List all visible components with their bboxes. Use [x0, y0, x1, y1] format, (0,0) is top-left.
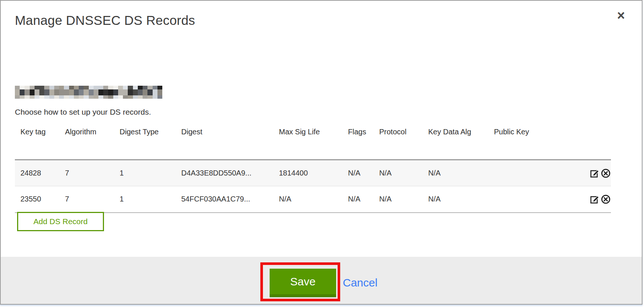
redacted-domain-name	[15, 86, 162, 99]
redaction-pixel	[153, 89, 157, 95]
redaction-pixel	[39, 86, 44, 89]
redaction-pixel	[123, 86, 128, 89]
redaction-pixel	[49, 89, 54, 95]
redaction-pixel	[143, 86, 147, 89]
redaction-pixel	[39, 95, 44, 99]
modal-window: Manage DNSSEC DS Records × Choose how to…	[0, 0, 643, 305]
redaction-pixel	[59, 95, 64, 99]
redaction-pixel	[138, 95, 143, 99]
redaction-pixel	[128, 89, 133, 95]
cell-public-key	[494, 186, 574, 213]
redaction-pixel	[123, 89, 128, 95]
table-header-row: Key tag Algorithm Digest Type Digest Max…	[15, 123, 611, 160]
cell-flags: N/A	[348, 186, 379, 213]
redaction-pixel	[44, 95, 49, 99]
redaction-pixel	[157, 95, 162, 99]
redaction-pixel	[74, 95, 79, 99]
redaction-pixel	[59, 86, 64, 89]
instruction-text: Choose how to set up your DS records.	[15, 108, 151, 117]
cell-key-tag: 23550	[15, 186, 65, 213]
edit-icon[interactable]	[590, 168, 600, 178]
redaction-pixel	[84, 89, 88, 95]
redaction-pixel	[113, 89, 118, 95]
redaction-pixel	[118, 95, 123, 99]
col-algorithm: Algorithm	[65, 123, 120, 160]
redaction-pixel	[69, 89, 74, 95]
col-key-data-alg: Key Data Alg	[428, 123, 494, 160]
redaction-pixel	[25, 86, 29, 89]
redaction-pixel	[74, 89, 79, 95]
cell-key-tag: 24828	[15, 160, 65, 186]
redaction-pixel	[39, 89, 44, 95]
cell-public-key	[494, 160, 574, 186]
redaction-pixel	[94, 95, 98, 99]
redaction-pixel	[20, 95, 25, 99]
cell-digest: 54FCF030AA1C79...	[181, 186, 279, 213]
redaction-pixel	[35, 86, 39, 89]
cell-digest-type: 1	[120, 160, 181, 186]
redaction-pixel	[59, 89, 64, 95]
save-button[interactable]: Save	[270, 269, 336, 297]
redaction-pixel	[103, 86, 108, 89]
redaction-pixel	[128, 86, 133, 89]
redaction-pixel	[108, 86, 113, 89]
redaction-pixel	[98, 86, 103, 89]
redaction-pixel	[118, 86, 123, 89]
cell-protocol: N/A	[379, 160, 428, 186]
redaction-pixel	[69, 95, 74, 99]
cell-algorithm: 7	[65, 186, 120, 213]
redaction-pixel	[113, 95, 118, 99]
add-ds-record-button[interactable]: Add DS Record	[17, 212, 104, 231]
redaction-pixel	[84, 86, 88, 89]
redaction-pixel	[25, 95, 29, 99]
cell-key-data-alg: N/A	[428, 186, 494, 213]
redaction-pixel	[44, 89, 49, 95]
redaction-pixel	[69, 86, 74, 89]
cancel-link[interactable]: Cancel	[343, 276, 377, 289]
redaction-pixel	[54, 89, 59, 95]
redaction-pixel	[153, 95, 157, 99]
redaction-pixel	[74, 86, 79, 89]
redaction-pixel	[138, 86, 143, 89]
redaction-pixel	[147, 86, 152, 89]
redaction-pixel	[153, 86, 157, 89]
ds-record-row-1: 24828 7 1 D4A33E8DD550A9... 1814400 N/A …	[15, 160, 611, 186]
redaction-pixel	[89, 95, 94, 99]
redaction-pixel	[118, 89, 123, 95]
redaction-pixel	[49, 86, 54, 89]
cell-max-sig-life: N/A	[279, 186, 348, 213]
remove-icon[interactable]	[601, 194, 611, 204]
redaction-pixel	[54, 86, 59, 89]
redaction-pixel	[35, 89, 39, 95]
redaction-pixel	[103, 95, 108, 99]
redaction-pixel	[108, 89, 113, 95]
redaction-pixel	[94, 86, 98, 89]
redaction-pixel	[79, 89, 84, 95]
remove-icon[interactable]	[601, 168, 611, 178]
edit-icon[interactable]	[590, 194, 600, 204]
redaction-pixel	[20, 89, 25, 95]
redaction-pixel	[64, 95, 69, 99]
redaction-pixel	[15, 86, 20, 89]
redaction-pixel	[108, 95, 113, 99]
redaction-pixel	[98, 95, 103, 99]
manage-dnssec-modal: Manage DNSSEC DS Records × Choose how to…	[0, 0, 644, 308]
redaction-pixel	[157, 86, 162, 89]
redaction-pixel	[123, 95, 128, 99]
redaction-pixel	[44, 86, 49, 89]
cell-digest: D4A33E8DD550A9...	[181, 160, 279, 186]
redaction-pixel	[147, 89, 152, 95]
redaction-pixel	[147, 95, 152, 99]
redaction-pixel	[94, 89, 98, 95]
redaction-pixel	[30, 95, 35, 99]
close-icon[interactable]: ×	[613, 7, 629, 24]
redaction-pixel	[79, 86, 84, 89]
redaction-pixel	[128, 95, 133, 99]
cell-flags: N/A	[348, 160, 379, 186]
col-public-key: Public Key	[494, 123, 574, 160]
redaction-pixel	[20, 86, 25, 89]
ds-record-row-2: 23550 7 1 54FCF030AA1C79... N/A N/A N/A …	[15, 186, 611, 213]
col-protocol: Protocol	[379, 123, 428, 160]
col-key-tag: Key tag	[15, 123, 65, 160]
col-actions	[574, 123, 611, 160]
